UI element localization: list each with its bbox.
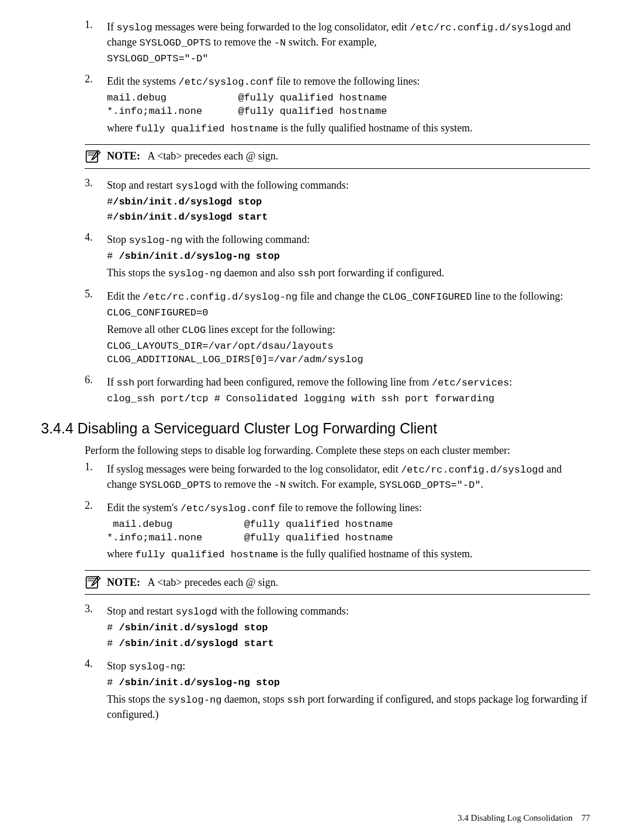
text: file to remove the following lines:: [276, 502, 422, 513]
intro-text: Perform the following steps to disable l…: [85, 443, 590, 457]
page-content: 1. If syslog messages were being forward…: [0, 0, 631, 724]
step-list-2b: 3. Stop and restart syslogd with the fol…: [85, 602, 590, 724]
step-body: Stop and restart syslogd with the follow…: [107, 602, 590, 653]
code-inline: CLOG_CONFIGURED: [383, 291, 472, 303]
step-number: 3.: [85, 176, 107, 227]
step-list-1b: 3. Stop and restart syslogd with the fol…: [85, 176, 590, 408]
code-inline: /etc/syslog.conf: [179, 77, 274, 88]
code-inline: /etc/rc.config.d/syslog-ng: [143, 291, 297, 303]
text: Stop: [107, 234, 129, 245]
text: If syslog messages were being forwarded …: [107, 463, 401, 475]
list-item: 4. Stop syslog-ng: # /sbin/init.d/syslog…: [85, 657, 590, 724]
step-body: Stop syslog-ng with the following comman…: [107, 230, 590, 283]
step-number: 1.: [85, 18, 107, 68]
text: file to remove the following lines:: [274, 75, 420, 87]
code-block: # /sbin/init.d/syslogd stop: [107, 622, 590, 635]
divider: [85, 168, 590, 169]
code-block: # /sbin/init.d/syslog-ng stop: [107, 676, 590, 690]
step-number: 2.: [85, 72, 107, 138]
code-block: SYSLOGD_OPTS="-D": [107, 53, 590, 66]
text: If: [107, 21, 117, 33]
text: with the following commands:: [217, 179, 349, 191]
text: Edit the systems: [107, 75, 179, 87]
step-number: 1.: [85, 460, 107, 495]
code-block: #/sbin/init.d/syslogd start: [107, 211, 590, 224]
code-inline: -N: [274, 480, 286, 491]
note-body: A <tab> precedes each @ sign.: [148, 577, 279, 588]
step-number: 5.: [85, 287, 107, 369]
section-2-body: Perform the following steps to disable l…: [41, 443, 590, 724]
text: This stops the: [107, 267, 168, 279]
step-body: Edit the system's /etc/syslog.conf file …: [107, 498, 590, 565]
code-inline: -N: [274, 37, 286, 48]
text: Stop and restart: [107, 605, 175, 617]
step-body: Stop and restart syslogd with the follow…: [107, 176, 590, 227]
text: Stop: [107, 660, 129, 672]
code-inline: /etc/services: [432, 377, 509, 388]
list-item: 4. Stop syslog-ng with the following com…: [85, 230, 590, 283]
step-body: Edit the /etc/rc.config.d/syslog-ng file…: [107, 287, 590, 369]
main-body: 1. If syslog messages were being forward…: [41, 18, 590, 408]
list-item: 2. Edit the systems /etc/syslog.conf fil…: [85, 72, 590, 138]
code-inline: syslog-ng: [168, 695, 222, 706]
text: file and change the: [297, 290, 382, 302]
text: with the following command:: [182, 234, 310, 245]
code-inline: fully qualified hostname: [135, 123, 278, 134]
step-body: If ssh port forwarding had been configur…: [107, 373, 590, 408]
text: is the fully qualified hostname of this …: [278, 122, 472, 134]
step-number: 2.: [85, 498, 107, 565]
code-inline: fully qualified hostname: [135, 549, 278, 560]
step-list-2: 1. If syslog messages were being forward…: [85, 460, 590, 565]
code-inline: SYSLOGD_OPTS: [139, 37, 210, 48]
code-inline: syslog-ng: [129, 235, 183, 246]
code-inline: syslog-ng: [168, 268, 222, 279]
step-list-1: 1. If syslog messages were being forward…: [85, 18, 590, 138]
list-item: 3. Stop and restart syslogd with the fol…: [85, 602, 590, 653]
footer-section: 3.4 Disabling Log Consolidation: [457, 813, 573, 822]
code-inline: ssh: [297, 268, 316, 279]
text: where: [107, 548, 135, 560]
code-inline: ssh: [287, 695, 305, 706]
code-inline: syslog-ng: [129, 661, 183, 672]
code-inline: syslog: [117, 22, 152, 33]
note-label: NOTE:: [107, 150, 140, 162]
list-item: 3. Stop and restart syslogd with the fol…: [85, 176, 590, 227]
step-body: If syslog messages were being forwarded …: [107, 460, 590, 495]
note-body: A <tab> precedes each @ sign.: [148, 150, 279, 162]
code-inline: syslogd: [175, 606, 217, 617]
text: Remove all other: [107, 324, 182, 335]
page-footer: 3.4 Disabling Log Consolidation 77: [457, 812, 590, 824]
step-body: Stop syslog-ng: # /sbin/init.d/syslog-ng…: [107, 657, 590, 724]
text: If: [107, 376, 117, 388]
list-item: 1. If syslog messages were being forward…: [85, 18, 590, 68]
divider: [85, 594, 590, 595]
step-number: 4.: [85, 230, 107, 283]
text: :: [182, 660, 185, 672]
note-block: NOTE: A <tab> precedes each @ sign.: [85, 570, 590, 595]
code-inline: /etc/rc.config.d/syslogd: [410, 22, 553, 33]
code-block: # /sbin/init.d/syslogd start: [107, 637, 590, 651]
list-item: 6. If ssh port forwarding had been confi…: [85, 373, 590, 408]
text: Edit the system's: [107, 502, 181, 513]
footer-page-number: 77: [581, 813, 590, 822]
code-block: CLOG_CONFIGURED=0: [107, 307, 590, 320]
code-inline: /etc/syslog.conf: [181, 503, 276, 514]
code-inline: syslogd: [175, 181, 217, 192]
text: port forwarding if configured.: [316, 267, 444, 279]
text: daemon, stops: [221, 693, 287, 705]
step-number: 3.: [85, 602, 107, 653]
text: .: [481, 478, 484, 490]
note-block: NOTE: A <tab> precedes each @ sign.: [85, 144, 590, 169]
text: This stops the: [107, 693, 168, 705]
text: :: [509, 376, 512, 388]
text: with the following commands:: [217, 605, 349, 617]
text: port forwarding had been configured, rem…: [134, 376, 432, 388]
text: where: [107, 122, 135, 134]
code-block: mail.debug @fully qualified hostname *.i…: [107, 92, 590, 119]
section-heading: 3.4.4 Disabling a Serviceguard Cluster L…: [41, 419, 590, 439]
text: messages were being forwarded to the log…: [152, 21, 410, 33]
pencil-note-icon: [85, 148, 107, 165]
text: Stop and restart: [107, 179, 175, 191]
step-body: If syslog messages were being forwarded …: [107, 18, 590, 68]
code-inline: /etc/rc.config.d/syslogd: [401, 464, 544, 475]
